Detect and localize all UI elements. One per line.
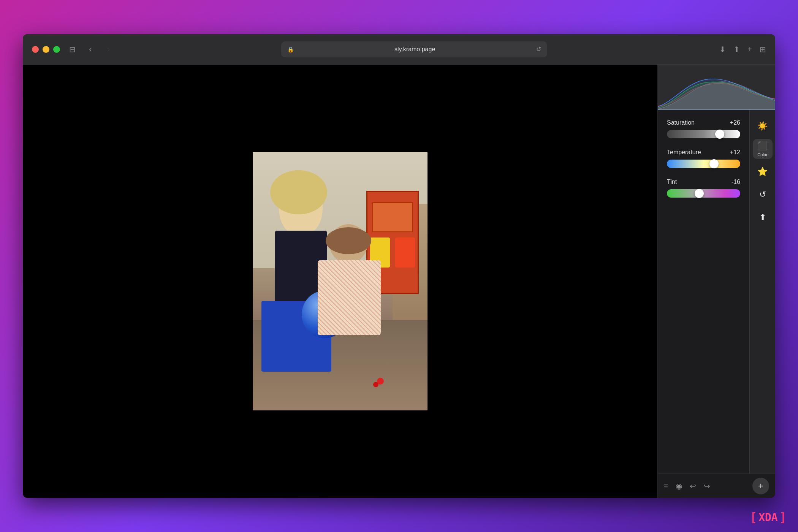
redo-button[interactable]: ↪ [704,481,710,491]
light-tool[interactable]: ☀️ [753,116,773,136]
back-icon: ‹ [89,44,92,54]
bottom-toolbar: ⌗ ◉ ↩ ↪ + [658,473,775,498]
saturation-value: +26 [730,119,740,126]
adjustments-panel: Saturation +26 Temperature +12 [658,110,749,473]
saturation-label: Saturation [667,119,695,126]
effects-tool[interactable]: ⭐ [753,162,773,182]
main-content [23,65,657,498]
photo [253,152,428,410]
traffic-lights [32,46,60,53]
address-bar[interactable]: 🔒 sly.kramo.page ↺ [281,41,547,57]
reload-icon[interactable]: ↺ [536,46,541,53]
forward-button[interactable]: › [103,43,115,55]
tools-sidebar: ☀️ ⬛ Color ⭐ ↺ ⬆ [749,110,775,473]
tabs-overview-button[interactable]: ⊞ [760,45,766,54]
saturation-header: Saturation +26 [667,119,740,126]
maximize-button[interactable] [53,46,60,53]
export-icon: ⬆ [759,212,766,222]
download-button[interactable]: ⬇ [719,45,726,54]
saturation-slider[interactable] [667,130,740,138]
xda-bracket-left: [ [750,510,757,524]
detail-tool[interactable]: ↺ [753,185,773,204]
undo-button[interactable]: ↩ [690,481,696,491]
temperature-header: Temperature +12 [667,149,740,156]
temperature-label: Temperature [667,149,701,156]
share-button[interactable]: ⬆ [733,45,740,54]
histogram-area [658,65,775,110]
saturation-thumb[interactable] [715,130,724,139]
sidebar-toggle-button[interactable]: ⊟ [66,43,78,55]
browser-window: ⊟ ‹ › 🔒 sly.kramo.page ↺ ⬇ ⬆ + ⊞ [23,34,775,498]
xda-watermark: [ XDA ] [750,510,787,524]
detail-icon: ↺ [759,190,766,200]
temperature-slider[interactable] [667,160,740,168]
eye-button[interactable]: ◉ [676,481,682,491]
panel-with-tools: Saturation +26 Temperature +12 [658,110,775,473]
saturation-row: Saturation +26 [667,119,740,138]
photo-background [253,152,428,410]
back-button[interactable]: ‹ [84,43,97,55]
temperature-thumb[interactable] [709,159,719,168]
minimize-button[interactable] [43,46,49,53]
effects-icon: ⭐ [757,167,768,177]
color-icon: ⬛ [757,141,768,151]
browser-content: Saturation +26 Temperature +12 [23,65,775,498]
color-tool[interactable]: ⬛ Color [753,139,773,159]
browser-titlebar: ⊟ ‹ › 🔒 sly.kramo.page ↺ ⬇ ⬆ + ⊞ [23,34,775,65]
tint-row: Tint -16 [667,179,740,198]
sidebar-toggle-icon: ⊟ [69,45,76,54]
photo-container [253,152,428,410]
export-tool[interactable]: ⬆ [753,207,773,227]
tint-slider[interactable] [667,189,740,198]
xda-text: XDA [758,511,778,524]
tint-thumb[interactable] [695,189,704,198]
close-button[interactable] [32,46,39,53]
temperature-value: +12 [730,149,740,156]
light-icon: ☀️ [757,121,768,131]
xda-bracket-right: ] [779,510,787,524]
forward-icon: › [107,44,110,54]
magic-button[interactable]: ⌗ [664,481,668,490]
histogram-chart [658,65,775,110]
color-label: Color [757,152,767,157]
temperature-row: Temperature +12 [667,149,740,168]
new-tab-button[interactable]: + [747,45,752,54]
lock-icon: 🔒 [287,46,294,52]
add-icon: + [758,481,763,491]
tint-header: Tint -16 [667,179,740,185]
bottom-tools: ⌗ ◉ ↩ ↪ [664,481,710,491]
browser-actions: ⬇ ⬆ + ⊞ [719,45,766,54]
tint-value: -16 [732,179,740,185]
tint-label: Tint [667,179,677,185]
url-text: sly.kramo.page [297,46,533,53]
add-button[interactable]: + [752,478,769,494]
right-panel: Saturation +26 Temperature +12 [657,65,775,498]
